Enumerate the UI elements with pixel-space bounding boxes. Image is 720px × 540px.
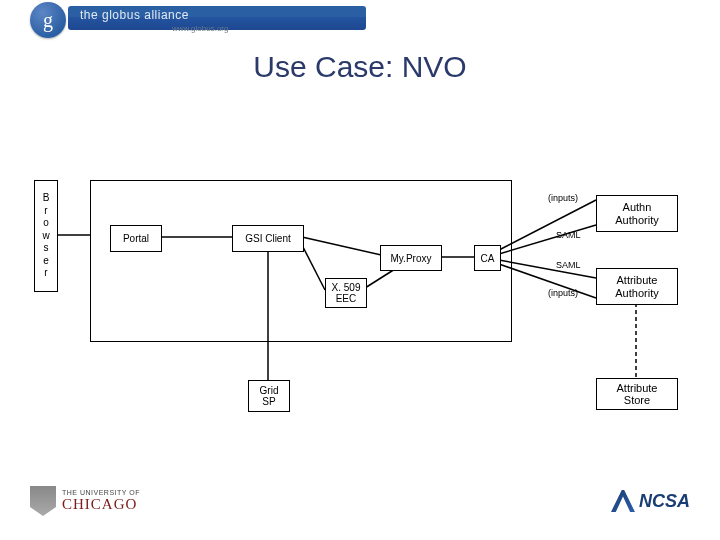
container-frame: [90, 180, 512, 342]
svg-line-6: [499, 200, 596, 250]
label-inputs-bottom: (inputs): [548, 288, 578, 298]
browser-box: Browser: [34, 180, 58, 292]
uchicago-top-text: THE UNIVERSITY OF: [62, 489, 140, 496]
x509-eec-box: X. 509 EEC: [325, 278, 367, 308]
ca-box: CA: [474, 245, 501, 271]
svg-line-8: [499, 260, 596, 278]
portal-box: Portal: [110, 225, 162, 252]
gsi-client-box: GSI Client: [232, 225, 304, 252]
diagram-stage: Browser Portal GSI Client My.Proxy X. 50…: [0, 0, 720, 540]
ncsa-text: NCSA: [639, 491, 690, 512]
svg-line-7: [499, 225, 596, 254]
label-saml-top: SAML: [556, 230, 581, 240]
uchicago-crest-icon: [30, 486, 56, 516]
label-saml-bottom: SAML: [556, 260, 581, 270]
authn-authority-box: Authn Authority: [596, 195, 678, 232]
footer: THE UNIVERSITY OF CHICAGO NCSA: [0, 480, 720, 530]
ncsa-mark-icon: [611, 490, 635, 512]
grid-sp-box: Grid SP: [248, 380, 290, 412]
myproxy-box: My.Proxy: [380, 245, 442, 271]
uchicago-logo: THE UNIVERSITY OF CHICAGO: [30, 486, 140, 516]
ncsa-logo: NCSA: [611, 490, 690, 512]
attribute-store-box: Attribute Store: [596, 378, 678, 410]
uchicago-text: CHICAGO: [62, 496, 140, 513]
label-inputs-top: (inputs): [548, 193, 578, 203]
attribute-authority-box: Attribute Authority: [596, 268, 678, 305]
